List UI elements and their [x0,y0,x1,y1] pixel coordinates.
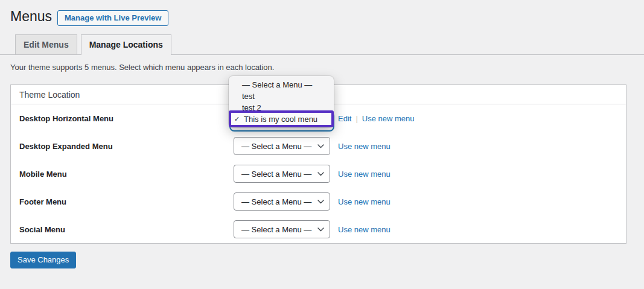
table-row: Social Menu — Select a Menu — Use new me… [11,215,626,243]
select-value: — Select a Menu — [241,142,311,151]
dropdown-option-selected[interactable]: ✓ This is my cool menu [229,110,334,127]
location-label: Social Menu [19,225,234,234]
save-changes-button[interactable]: Save Changes [10,252,76,268]
page-title: Menus [10,8,52,25]
use-new-menu-link[interactable]: Use new menu [338,142,391,151]
use-new-menu-link[interactable]: Use new menu [338,170,391,179]
dropdown-option[interactable]: test [229,91,334,102]
link-separator: | [355,114,357,123]
tab-manage-locations[interactable]: Manage Locations [81,34,171,55]
tab-edit-menus[interactable]: Edit Menus [15,34,77,55]
use-new-menu-link[interactable]: Use new menu [362,114,415,123]
menu-select[interactable]: — Select a Menu — [234,192,330,211]
select-value: — Select a Menu — [241,170,311,179]
use-new-menu-link[interactable]: Use new menu [338,225,391,234]
dropdown-selected-label: This is my cool menu [244,115,317,124]
menu-select[interactable]: — Select a Menu — [234,165,330,183]
table-row: Mobile Menu — Select a Menu — Use new me… [11,160,626,188]
menu-select[interactable]: — Select a Menu — [234,137,330,155]
table-row: Footer Menu — Select a Menu — Use new me… [11,188,626,215]
location-label: Footer Menu [19,197,234,206]
use-new-menu-link[interactable]: Use new menu [338,197,391,206]
location-label: Mobile Menu [19,170,234,179]
select-value: — Select a Menu — [241,225,311,234]
location-label: Desktop Expanded Menu [19,142,234,151]
dropdown-option[interactable]: — Select a Menu — [229,79,334,91]
table-row: Desktop Horizontal Menu — Select a Menu … [11,104,626,132]
tab-bar: Edit Menus Manage Locations [15,34,171,55]
checkmark-icon: ✓ [234,115,242,123]
menu-dropdown-popup: — Select a Menu — test test 2 ✓ This is … [229,76,334,127]
table-row: Desktop Expanded Menu — Select a Menu — … [11,132,626,160]
location-label: Desktop Horizontal Menu [19,114,234,123]
chevron-down-icon [317,172,324,176]
edit-menu-link[interactable]: Edit [338,114,351,123]
menu-locations-table: Theme Location Desktop Horizontal Menu —… [10,84,626,244]
menu-select[interactable]: — Select a Menu — [234,220,330,238]
menu-select-open-wrapper: — Select a Menu — test test 2 ✓ This is … [234,109,330,127]
chevron-down-icon [317,200,324,204]
manage-live-preview-button[interactable]: Manage with Live Preview [57,10,168,26]
chevron-down-icon [317,227,324,232]
chevron-down-icon [317,144,324,148]
theme-supports-description: Your theme supports 5 menus. Select whic… [10,63,274,72]
select-value: — Select a Menu — [241,197,311,206]
